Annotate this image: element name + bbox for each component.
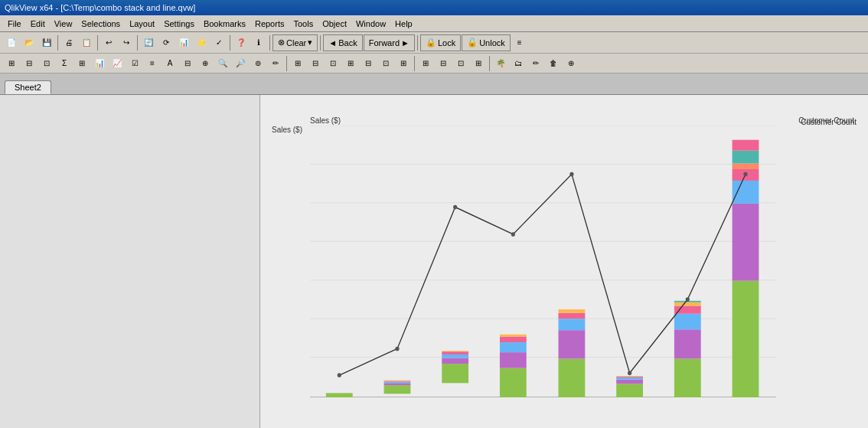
tb2-btn24[interactable]: ⊞: [417, 55, 434, 72]
partial-reload-button[interactable]: ⟳: [158, 34, 175, 51]
left-panel: [0, 95, 260, 428]
save-button[interactable]: 💾: [38, 34, 55, 51]
reload-button[interactable]: 🔄: [140, 34, 157, 51]
tb2-sep3: [489, 56, 490, 71]
extra-button[interactable]: ≡: [511, 34, 528, 51]
tb2-btn3[interactable]: ⊡: [38, 55, 55, 72]
tb2-btn32[interactable]: ⊕: [563, 55, 579, 72]
y-axis-right-ticks: [818, 110, 860, 390]
tb2-btn5[interactable]: ⊞: [73, 55, 90, 72]
tb2-btn8[interactable]: ☑: [126, 55, 143, 72]
tab-sheet2[interactable]: Sheet2: [5, 80, 51, 94]
print-preview-button[interactable]: 📋: [78, 34, 95, 51]
refresh-button[interactable]: ✓: [210, 34, 227, 51]
sep1: [57, 35, 58, 51]
bar-2011-teal: [733, 151, 759, 164]
tb2-sep1: [286, 56, 287, 71]
line-point-2011: [743, 172, 747, 177]
tb2-btn18[interactable]: ⊟: [307, 55, 324, 72]
menu-file[interactable]: File: [3, 18, 26, 30]
menu-object[interactable]: Object: [318, 18, 351, 30]
bar-2011-red: [733, 140, 759, 151]
tb2-btn23[interactable]: ⊞: [395, 55, 412, 72]
back-button[interactable]: ◄ Back: [323, 34, 362, 51]
bar-2005-blue: [384, 381, 411, 383]
menu-edit[interactable]: Edit: [26, 18, 50, 30]
open-button[interactable]: 📂: [21, 34, 38, 51]
toolbar-2: ⊞ ⊟ ⊡ Σ ⊞ 📊 📈 ☑ ≡ A ⊟ ⊕ 🔍 🔎 ⊚ ✏ ⊞ ⊟ ⊡ ⊞ …: [0, 54, 868, 74]
sep5: [269, 35, 270, 51]
bar-2005-purple: [384, 383, 411, 385]
tb2-btn10[interactable]: A: [162, 55, 178, 72]
tb2-btn31[interactable]: 🗑: [545, 55, 562, 72]
tb2-btn7[interactable]: 📈: [109, 55, 126, 72]
menu-tools[interactable]: Tools: [289, 18, 318, 30]
bar-2008-purple: [559, 330, 586, 358]
bar-2007-purple: [500, 352, 527, 368]
tb2-btn9[interactable]: ≡: [144, 55, 161, 72]
bar-2009-orange: [616, 376, 643, 377]
menu-selections[interactable]: Selections: [77, 18, 125, 30]
tb2-btn22[interactable]: ⊡: [377, 55, 394, 72]
redo-button[interactable]: ↪: [118, 34, 135, 51]
tb2-btn17[interactable]: ⊞: [289, 55, 306, 72]
tb2-btn28[interactable]: 🌴: [492, 55, 509, 72]
tb2-btn11[interactable]: ⊟: [179, 55, 196, 72]
tb2-btn12[interactable]: ⊕: [197, 55, 214, 72]
tb2-btn19[interactable]: ⊡: [325, 55, 341, 72]
bar-2011-orange: [733, 164, 759, 169]
info-button[interactable]: ℹ: [250, 34, 267, 51]
title-bar: QlikView x64 - [C:\Temp\combo stack and …: [0, 0, 868, 15]
tb2-btn4[interactable]: Σ: [56, 55, 73, 72]
bar-2010-green: [674, 359, 701, 397]
chart-button[interactable]: 📊: [175, 34, 192, 51]
bar-2009-green: [616, 384, 643, 397]
tb2-btn27[interactable]: ⊞: [470, 55, 487, 72]
bar-2010-pink: [674, 305, 701, 313]
lock-label: Lock: [438, 38, 455, 47]
help-button[interactable]: ❓: [233, 34, 250, 51]
menu-window[interactable]: Window: [351, 18, 390, 30]
menu-layout[interactable]: Layout: [125, 18, 159, 30]
tb2-btn25[interactable]: ⊟: [435, 55, 452, 72]
tb2-btn6[interactable]: 📊: [91, 55, 108, 72]
line-point-2010: [686, 297, 690, 302]
bar-2006-orange: [442, 351, 468, 351]
bar-2008-blue: [559, 319, 586, 330]
back-icon: ◄: [328, 38, 337, 47]
bar-2009-blue: [616, 377, 643, 380]
new-button[interactable]: 📄: [3, 34, 20, 51]
menu-view[interactable]: View: [50, 18, 77, 30]
bar-2008-orange: [559, 309, 586, 313]
lock-button[interactable]: 🔒 Lock: [420, 34, 461, 51]
menu-settings[interactable]: Settings: [159, 18, 199, 30]
tb2-btn20[interactable]: ⊞: [342, 55, 359, 72]
menu-reports[interactable]: Reports: [250, 18, 289, 30]
tb2-btn30[interactable]: ✏: [527, 55, 544, 72]
chart-svg: 2004 2005 2006 2007 2008 2009 2010 2011 …: [310, 126, 776, 397]
bar-2005-orange: [384, 381, 411, 381]
star-button[interactable]: ⭐: [193, 34, 210, 51]
bar-2011-green: [733, 281, 759, 397]
tb2-btn26[interactable]: ⊡: [452, 55, 469, 72]
chart-area: Sales ($) Customer Count: [260, 95, 868, 428]
tb2-btn13[interactable]: 🔍: [214, 55, 231, 72]
menu-bar: File Edit View Selections Layout Setting…: [0, 15, 868, 32]
tb2-btn15[interactable]: ⊚: [250, 55, 266, 72]
tb2-sep2: [414, 56, 415, 71]
menu-help[interactable]: Help: [390, 18, 417, 30]
menu-bookmarks[interactable]: Bookmarks: [199, 18, 250, 30]
tb2-btn1[interactable]: ⊞: [3, 55, 20, 72]
tb2-btn2[interactable]: ⊟: [21, 55, 38, 72]
tb2-btn14[interactable]: 🔎: [232, 55, 249, 72]
tb2-btn29[interactable]: 🗂: [510, 55, 527, 72]
tb2-btn21[interactable]: ⊟: [360, 55, 377, 72]
clear-button[interactable]: ⊗ Clear ▾: [272, 34, 318, 51]
forward-button[interactable]: Forward ►: [364, 34, 415, 51]
y-label-left: Sales ($): [310, 116, 341, 125]
tb2-btn16[interactable]: ✏: [267, 55, 284, 72]
unlock-button[interactable]: 🔓 Unlock: [462, 34, 511, 51]
print-button[interactable]: 🖨: [60, 34, 77, 51]
undo-button[interactable]: ↩: [100, 34, 117, 51]
sep7: [417, 35, 418, 51]
